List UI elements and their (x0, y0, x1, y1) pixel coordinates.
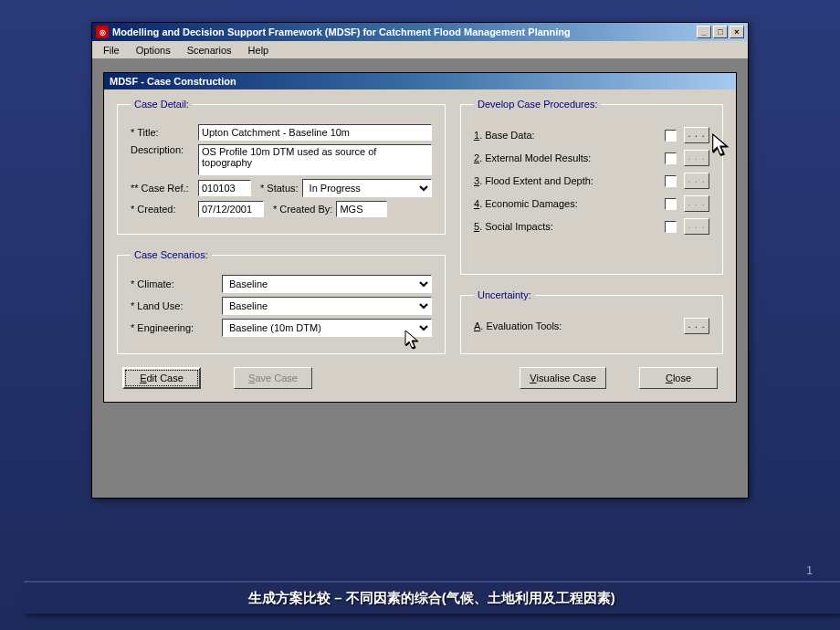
mdi-area: MDSF - Case Construction Case Detail: * … (92, 59, 748, 498)
landuse-select[interactable]: Baseline (222, 297, 432, 315)
case-detail-legend: Case Detail: (131, 99, 193, 110)
procedure-checkbox[interactable] (665, 130, 677, 142)
procedure-browse-button[interactable]: . . . (684, 127, 709, 143)
case-scenarios-group: Case Scenarios: * Climate: Baseline * La… (117, 249, 446, 354)
procedure-checkbox[interactable] (665, 198, 677, 210)
page-number: 1 (806, 564, 813, 577)
landuse-label: * Land Use: (131, 300, 218, 311)
visualise-case-button[interactable]: Visualise Case (520, 367, 606, 389)
menubar: File Options Scenarios Help (92, 41, 748, 59)
close-window-button[interactable]: × (730, 26, 744, 38)
status-select[interactable]: In Progress (302, 179, 432, 197)
procedure-browse-button[interactable]: . . . (684, 150, 709, 166)
climate-label: * Climate: (131, 278, 218, 289)
procedure-row: 2. External Model Results:. . . (474, 150, 709, 166)
procedure-checkbox[interactable] (665, 221, 677, 233)
description-label: Description: (131, 144, 194, 155)
climate-select[interactable]: Baseline (222, 275, 432, 293)
close-button[interactable]: Close (639, 367, 718, 389)
createdby-input[interactable] (336, 201, 387, 217)
procedure-row: 1. Base Data:. . . (474, 127, 709, 143)
edit-case-button[interactable]: Edit Case (122, 367, 201, 389)
app-icon: ◎ (96, 26, 109, 38)
eval-tools-button[interactable]: . . . (684, 318, 709, 334)
uncertainty-group: Uncertainty: A. Evaluation Tools: . . . (460, 289, 723, 354)
procedure-browse-button[interactable]: . . . (684, 218, 709, 235)
menu-scenarios[interactable]: Scenarios (180, 43, 239, 58)
main-window: ◎ Modelling and Decision Support Framewo… (91, 22, 749, 499)
cursor-icon-2 (711, 133, 728, 155)
caseref-input[interactable] (198, 180, 251, 196)
created-label: * Created: (131, 204, 194, 215)
procedure-label: 2. External Model Results: (474, 152, 657, 163)
minimize-button[interactable]: _ (697, 26, 711, 38)
caseref-label: ** Case Ref.: (131, 183, 194, 194)
procedure-label: 3. Flood Extent and Depth: (474, 175, 657, 186)
dialog-title: MDSF - Case Construction (104, 73, 736, 89)
case-construction-dialog: MDSF - Case Construction Case Detail: * … (103, 72, 737, 403)
case-detail-group: Case Detail: * Title: Description: OS Pr… (117, 99, 446, 235)
engineering-label: * Engineering: (131, 322, 218, 333)
procedure-label: 4. Economic Damages: (474, 198, 657, 209)
procedure-row: 4. Economic Damages:. . . (474, 195, 709, 212)
procedures-group: Develop Case Procedures: 1. Base Data:. … (460, 99, 723, 275)
procedures-legend: Develop Case Procedures: (474, 99, 601, 110)
procedure-row: 5. Social Impacts:. . . (474, 218, 709, 235)
title-input[interactable] (198, 124, 432, 141)
description-input[interactable]: OS Profile 10m DTM used as source of top… (198, 144, 432, 175)
save-case-button[interactable]: Save Case (234, 367, 312, 389)
window-title: Modelling and Decision Support Framework… (112, 26, 571, 37)
menu-options[interactable]: Options (129, 43, 178, 58)
created-input[interactable] (198, 201, 264, 217)
uncertainty-legend: Uncertainty: (474, 289, 535, 300)
title-label: * Title: (131, 127, 194, 138)
procedure-browse-button[interactable]: . . . (684, 195, 709, 212)
engineering-select[interactable]: Baseline (10m DTM) (222, 319, 432, 337)
createdby-label: * Created By: (273, 204, 332, 215)
status-label: * Status: (260, 183, 299, 194)
procedure-browse-button[interactable]: . . . (684, 173, 709, 189)
procedure-checkbox[interactable] (665, 152, 677, 164)
procedure-checkbox[interactable] (665, 175, 677, 187)
maximize-button[interactable]: □ (713, 26, 728, 38)
slide-caption: 生成方案比较 – 不同因素的综合(气候、土地利用及工程因素) (24, 581, 840, 614)
procedure-label: 5. Social Impacts: (474, 221, 657, 232)
eval-tools-label: A. Evaluation Tools: (474, 320, 677, 331)
procedure-row: 3. Flood Extent and Depth:. . . (474, 173, 709, 189)
menu-file[interactable]: File (96, 43, 127, 58)
menu-help[interactable]: Help (241, 43, 277, 58)
procedure-label: 1. Base Data: (474, 130, 657, 141)
titlebar: ◎ Modelling and Decision Support Framewo… (92, 23, 748, 41)
case-scenarios-legend: Case Scenarios: (131, 249, 212, 260)
